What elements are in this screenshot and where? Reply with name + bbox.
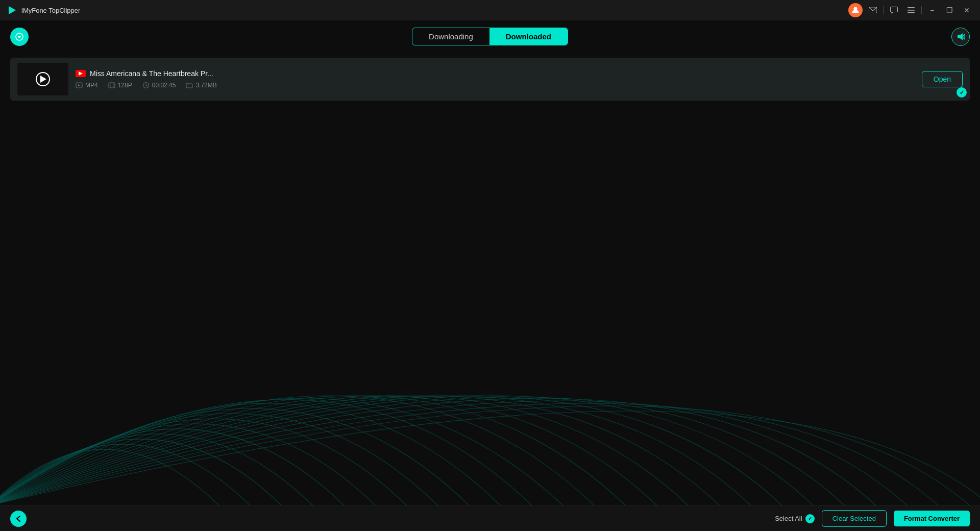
folder-icon bbox=[186, 82, 193, 89]
close-button[interactable]: ✕ bbox=[960, 3, 974, 17]
svg-marker-8 bbox=[958, 33, 963, 40]
video-info: Miss Americana & The Heartbreak Pr... MP… bbox=[76, 69, 915, 89]
open-button[interactable]: Open bbox=[922, 71, 963, 87]
tab-downloading[interactable]: Downloading bbox=[412, 28, 489, 45]
select-all-label: Select All bbox=[775, 515, 802, 522]
play-button[interactable] bbox=[36, 72, 50, 86]
divider bbox=[883, 6, 884, 14]
minimize-button[interactable]: − bbox=[925, 3, 939, 17]
meta-format: MP4 bbox=[76, 82, 98, 89]
bottom-bar: Select All ✓ Clear Selected Format Conve… bbox=[0, 505, 980, 531]
clear-selected-button[interactable]: Clear Selected bbox=[822, 510, 887, 527]
user-avatar[interactable] bbox=[848, 3, 863, 17]
svg-marker-10 bbox=[78, 84, 81, 86]
youtube-play-icon bbox=[79, 71, 83, 76]
chat-button[interactable] bbox=[887, 3, 901, 17]
app-logo-icon bbox=[6, 5, 17, 16]
meta-resolution-value: 128P bbox=[118, 82, 132, 89]
wave-background: .wave-line { fill: none; stroke: #005a52… bbox=[0, 291, 980, 505]
video-title: Miss Americana & The Heartbreak Pr... bbox=[90, 69, 213, 78]
select-all-check-icon: ✓ bbox=[805, 514, 815, 523]
menu-button[interactable] bbox=[904, 3, 918, 17]
format-icon bbox=[76, 82, 83, 89]
sidebar-icon[interactable] bbox=[10, 28, 29, 46]
video-title-row: Miss Americana & The Heartbreak Pr... bbox=[76, 69, 915, 78]
video-meta: MP4 128P bbox=[76, 82, 915, 89]
svg-rect-4 bbox=[908, 7, 915, 8]
play-triangle-icon bbox=[40, 76, 46, 83]
youtube-icon bbox=[76, 70, 86, 77]
video-item: Miss Americana & The Heartbreak Pr... MP… bbox=[10, 58, 970, 101]
resolution-icon bbox=[108, 82, 115, 89]
volume-icon[interactable] bbox=[951, 28, 970, 46]
select-all-area[interactable]: Select All ✓ bbox=[775, 514, 814, 523]
svg-rect-11 bbox=[109, 83, 115, 88]
meta-resolution: 128P bbox=[108, 82, 132, 89]
restore-button[interactable]: ❐ bbox=[942, 3, 957, 17]
tab-container: Downloading Downloaded bbox=[412, 28, 568, 45]
meta-size: 3.72MB bbox=[186, 82, 216, 89]
svg-line-16 bbox=[146, 85, 148, 86]
header: Downloading Downloaded bbox=[0, 20, 980, 53]
svg-rect-5 bbox=[908, 10, 915, 11]
video-thumbnail[interactable] bbox=[17, 63, 68, 95]
app-title: iMyFone TopClipper bbox=[21, 7, 80, 14]
clock-icon bbox=[142, 82, 150, 89]
meta-duration-value: 00:02:45 bbox=[152, 82, 176, 89]
meta-duration: 00:02:45 bbox=[142, 82, 176, 89]
main-content: Downloading Downloaded bbox=[0, 20, 980, 505]
title-bar: iMyFone TopClipper − ❐ ✕ bbox=[0, 0, 980, 20]
svg-marker-0 bbox=[9, 6, 16, 14]
format-converter-button[interactable]: Format Converter bbox=[894, 511, 970, 526]
back-button[interactable] bbox=[10, 511, 27, 527]
mail-button[interactable] bbox=[866, 3, 880, 17]
meta-format-value: MP4 bbox=[85, 82, 98, 89]
title-bar-controls: − ❐ ✕ bbox=[848, 3, 974, 17]
svg-rect-6 bbox=[908, 12, 915, 13]
content-area: Miss Americana & The Heartbreak Pr... MP… bbox=[0, 53, 980, 505]
check-badge: ✓ bbox=[957, 87, 967, 98]
title-bar-left: iMyFone TopClipper bbox=[6, 5, 80, 16]
svg-rect-3 bbox=[890, 7, 897, 12]
divider2 bbox=[921, 6, 922, 14]
tab-downloaded[interactable]: Downloaded bbox=[489, 28, 568, 45]
meta-size-value: 3.72MB bbox=[195, 82, 216, 89]
